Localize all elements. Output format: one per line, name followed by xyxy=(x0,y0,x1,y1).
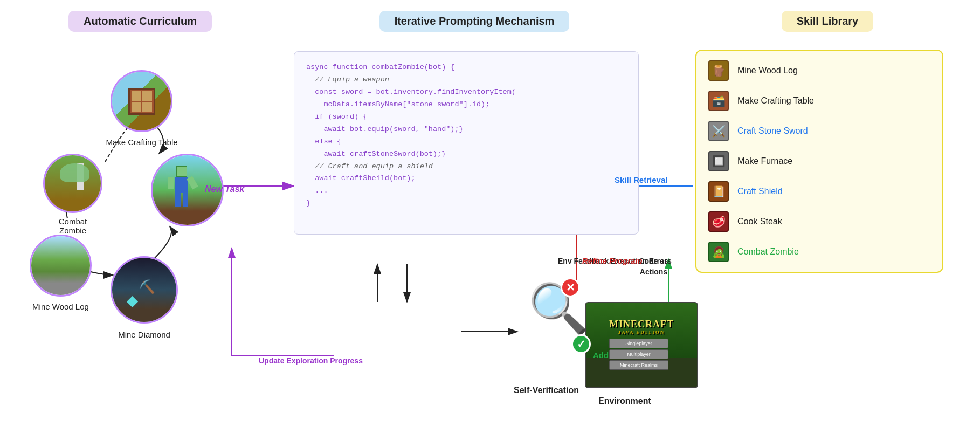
skill-item-mine-wood-log: 🪵 Mine Wood Log xyxy=(708,60,930,81)
skill-icon-craft-stone-sword: ⚔️ xyxy=(708,121,729,141)
skill-icon-make-furnace: 🔲 xyxy=(708,151,729,171)
x-badge: ✕ xyxy=(561,278,580,297)
skill-item-make-furnace: 🔲 Make Furnace xyxy=(708,151,930,171)
node-make-crafting-table xyxy=(111,70,172,132)
skill-icon-craft-shield: 📔 xyxy=(708,181,729,202)
code-line-2: // Equip a weapon xyxy=(306,74,626,86)
minecraft-title: MINECRAFT JAVA EDITION xyxy=(609,319,674,335)
code-line-10: await craftSheild(bot); xyxy=(306,173,626,185)
skill-icon-make-crafting-table: 🗃️ xyxy=(708,91,729,111)
mc-btn-2: Multiplayer xyxy=(609,349,668,359)
skill-icon-combat-zombie: 🧟 xyxy=(708,242,729,262)
skill-label-craft-shield: Craft Shield xyxy=(737,187,783,196)
skill-section: Skill Library 🪵 Mine Wood Log 🗃️ Make Cr… xyxy=(690,11,965,415)
prompting-section: Iterative Prompting Mechanism async func… xyxy=(275,11,674,415)
skill-retrieval-label: Skill Retrieval xyxy=(615,175,667,184)
skill-item-craft-shield: 📔 Craft Shield xyxy=(708,181,930,202)
curriculum-section: Automatic Curriculum Make Crafting Table… xyxy=(16,11,264,415)
code-line-12: } xyxy=(306,197,626,210)
skill-item-cook-steak: 🥩 Cook Steak xyxy=(708,211,930,232)
label-mine-wood-log: Mine Wood Log xyxy=(24,302,97,311)
code-line-1: async function combatZombie(bot) { xyxy=(306,61,626,74)
mc-btn-3: Minecraft Realms xyxy=(609,360,668,370)
skill-item-craft-stone-sword: ⚔️ Craft Stone Sword xyxy=(708,121,930,141)
code-block: async function combatZombie(bot) { // Eq… xyxy=(294,51,639,235)
skill-label-combat-zombie: Combat Zombie xyxy=(737,247,799,257)
skill-header: Skill Library xyxy=(782,11,874,32)
code-line-6: await bot.equip(sword, "hand");} xyxy=(306,123,626,136)
check-badge: ✓ xyxy=(571,334,591,354)
mc-btn-1: Singleplayer xyxy=(609,339,668,348)
label-mine-diamond: Mine Diamond xyxy=(102,330,186,339)
code-line-11: ... xyxy=(306,185,626,197)
curriculum-header: Automatic Curriculum xyxy=(68,11,212,32)
skill-label-cook-steak: Cook Steak xyxy=(737,217,782,226)
code-line-5: if (sword) { xyxy=(306,111,626,123)
skill-label-make-crafting-table: Make Crafting Table xyxy=(737,96,814,106)
label-combat-zombie: CombatZombie xyxy=(43,217,102,235)
refine-program-label: Refine Program xyxy=(582,256,643,265)
new-task-label: New Task xyxy=(205,184,244,194)
label-make-crafting-table: Make Crafting Table xyxy=(96,138,188,147)
code-line-8: await craftStoneSword(bot);} xyxy=(306,148,626,161)
skill-icon-mine-wood-log: 🪵 xyxy=(708,60,729,81)
skill-icon-cook-steak: 🥩 xyxy=(708,211,729,232)
code-line-9: // Craft and equip a shield xyxy=(306,161,626,173)
self-verification-label: Self-Verification xyxy=(514,386,579,395)
skill-label-craft-stone-sword: Craft Stone Sword xyxy=(737,126,808,136)
environment-label: Environment xyxy=(598,396,651,406)
prompting-header: Iterative Prompting Mechanism xyxy=(379,11,570,32)
skill-label-mine-wood-log: Mine Wood Log xyxy=(737,66,798,75)
skill-item-make-crafting-table: 🗃️ Make Crafting Table xyxy=(708,91,930,111)
node-mine-diamond: ⛏️ xyxy=(111,256,178,324)
skill-item-combat-zombie: 🧟 Combat Zombie xyxy=(708,242,930,262)
node-combat-zombie-left xyxy=(43,154,102,213)
code-line-4: mcData.itemsByName["stone_sword"].id); xyxy=(306,99,626,111)
skill-label-make-furnace: Make Furnace xyxy=(737,156,792,166)
code-line-3: const sword = bot.inventory.findInventor… xyxy=(306,86,626,99)
code-line-7: else { xyxy=(306,136,626,148)
node-mine-wood-log xyxy=(30,235,92,297)
skill-library-box: 🪵 Mine Wood Log 🗃️ Make Crafting Table ⚔… xyxy=(695,50,943,273)
